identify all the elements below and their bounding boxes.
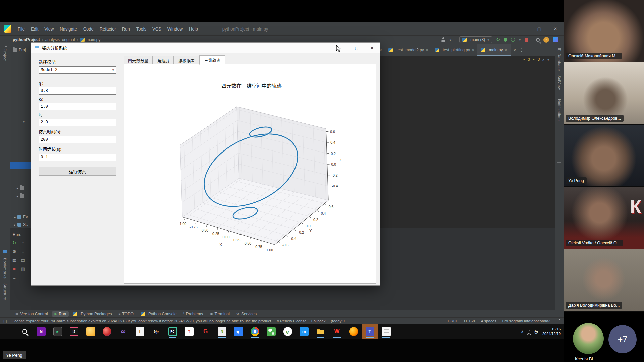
taskbar-icon-teams[interactable]: T [362,324,378,339]
line-ending-indicator[interactable]: CRLF [448,319,458,323]
input-language-indicator[interactable]: 英 [534,328,538,335]
close-icon[interactable]: × [472,48,474,52]
menu-refactor[interactable]: Refactor [97,22,119,35]
tree-expand-arrow[interactable]: ∨ [23,118,25,125]
eta-field[interactable] [39,87,116,95]
settings-icon[interactable]: ⚙ [12,249,16,254]
toolbar-item-terminal[interactable]: ▣ Terminal [207,311,232,317]
taskbar-icon-navicat[interactable] [82,324,99,339]
sidebar-item-notifications[interactable]: Notifications [557,99,561,122]
taskbar-icon-m[interactable]: m [296,324,312,339]
down-icon[interactable]: ↓ [22,249,24,254]
menu-code[interactable]: Code [80,22,97,35]
minimize-icon[interactable]: — [515,22,531,35]
chevron-down-icon[interactable]: ∨ [519,38,521,41]
taskbar-icon-pycharm[interactable]: PC [164,324,181,339]
breadcrumb-project[interactable]: pythonProject [13,37,40,42]
toolbar-item-todo[interactable]: ≡ TODO [116,311,137,317]
tree-row[interactable]: ▸ [17,193,24,199]
sim-time-field[interactable] [39,136,116,143]
editor-tab-test-model2[interactable]: test_model2.py × [385,44,431,56]
profiler-button[interactable] [511,38,515,42]
taskbar-icon-chrome[interactable] [247,324,263,339]
menu-tools[interactable]: Tools [133,22,149,35]
taskbar-icon-gp[interactable]: Gp [148,324,164,339]
indent-indicator[interactable]: 4 spaces [481,319,496,323]
breadcrumb-folder[interactable]: analysis_original [45,37,75,42]
taskbar-icon-sphere[interactable] [99,324,115,339]
tree-row[interactable]: ▸ [17,185,24,191]
k1-field[interactable] [39,103,116,110]
menu-window[interactable]: Window [164,22,186,35]
model-select[interactable]: Model 2 ∨ [39,66,116,74]
search-icon[interactable] [536,38,540,42]
maximize-icon[interactable]: ▢ [531,22,547,35]
taskbar-icon-lark[interactable]: ▶ [230,324,247,339]
taskbar-icon-terminal[interactable]: ▸ [49,324,66,339]
editor-tab-main[interactable]: main.py × [477,44,510,56]
tab-3d-trajectory[interactable]: 三维轨迹 [199,55,225,65]
tree-row-scratches[interactable]: ▸ Sc [14,221,28,228]
taskbar-icon-youdao[interactable]: Y [181,324,197,339]
menu-vcs[interactable]: VCS [149,22,164,35]
print-icon[interactable]: ▥ [21,266,25,272]
sidebar-item-database[interactable]: Database [557,53,561,71]
k2-field[interactable] [39,119,116,126]
taskbar-icon-start[interactable] [0,324,16,339]
taskbar-icon-g[interactable]: G [197,324,214,339]
lock-icon[interactable] [557,320,560,322]
search-everywhere-icon[interactable] [553,37,558,42]
video-tile[interactable]: Олексій Миколайович М... [564,0,644,62]
prev-warning-icon[interactable]: ∧ [542,58,544,61]
taskbar-icon-wps[interactable]: W [329,324,345,339]
close-icon[interactable]: × [426,48,428,52]
toolbar-item-version-control[interactable]: ▦ Version Control [13,311,51,317]
video-tile-overflow[interactable]: +7 Ксенія Ві... [564,312,644,362]
user-icon[interactable] [441,37,446,42]
tab-angular-velocity[interactable]: 角速度 [153,56,174,64]
debug-button[interactable] [504,38,507,42]
taskbar-icon-intellij[interactable]: IJ [66,324,82,339]
menu-file[interactable]: File [15,22,28,35]
sidebar-item-bookmarks[interactable]: Bookmarks [3,258,7,279]
sidebar-item-structure[interactable]: Structure [3,283,7,300]
run-simulation-button[interactable]: 运行仿真 [39,167,116,176]
run-config-selector[interactable]: main (3) ∨ [459,36,492,43]
close-icon[interactable]: ✕ [547,22,564,35]
taskbar-icon-visual-studio[interactable]: ∞ [115,324,131,339]
taskbar-icon-onenote[interactable]: N [33,324,49,339]
update-icon[interactable]: ↑ [543,37,549,43]
tree-row-external-libraries[interactable]: ▸ Ex [14,214,28,220]
bookmark-icon[interactable] [3,250,7,253]
close-icon[interactable]: ✕ [364,43,380,53]
toolbar-item-services[interactable]: ⚙ Services [234,311,259,317]
chevron-down-icon[interactable]: ∨ [449,38,452,41]
video-tile[interactable]: Володимир Олександров... [564,62,644,125]
sidebar-item-project[interactable]: Project [3,49,7,62]
toolbar-item-problems[interactable]: ! Problems [181,311,206,317]
toolbar-item-python-console[interactable]: Python Console [138,311,179,317]
menu-navigate[interactable]: Navigate [57,22,80,35]
tab-drift-error[interactable]: 漂移误差 [174,56,199,64]
project-root-row[interactable]: Proj [13,47,26,53]
taskbar-icon-typora[interactable]: T [131,324,148,339]
microphone-icon[interactable] [528,330,530,334]
stop-icon[interactable]: ■ [13,266,16,272]
run-button[interactable]: ↻ [496,37,500,43]
up-icon[interactable]: ↑ [22,240,24,245]
renew-license-link[interactable]: // Renew License [277,319,306,323]
app-titlebar[interactable]: 姿态分析系统 — ▢ ✕ [31,43,380,53]
list-icon[interactable]: ▦ [12,258,16,263]
rerun-icon[interactable]: ↻ [13,240,16,245]
tab-quaternion-components[interactable]: 四元数分量 [124,56,153,64]
video-tile[interactable]: Дар'я Володимирівна Во... [564,249,644,312]
kebab-menu-icon[interactable]: ⋮ [520,48,524,52]
stop-button[interactable] [525,38,528,42]
maximize-icon[interactable]: ▢ [349,43,364,53]
toolbar-item-run[interactable]: ▶ Run [52,311,69,317]
step-field[interactable] [39,154,116,161]
menu-icon[interactable]: ≡ [13,275,16,280]
taskbar-icon-file-explorer[interactable] [312,324,329,339]
hidden-icons-chevron[interactable]: ∧ [521,329,524,334]
video-tile[interactable]: Ye Peng [564,125,644,187]
